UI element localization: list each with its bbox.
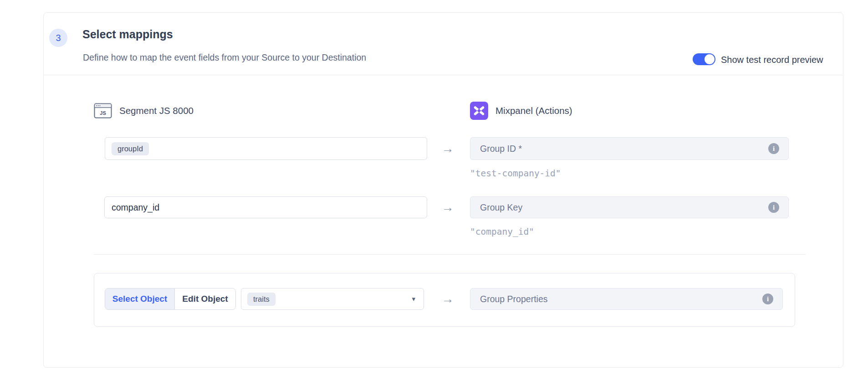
test-record-preview-value: "company_id" xyxy=(470,227,534,237)
info-icon[interactable]: i xyxy=(762,293,773,304)
source-column-header: JS Segment JS 8000 xyxy=(94,102,194,120)
source-input-text: company_id xyxy=(112,202,159,213)
source-field-input-groupid[interactable]: groupId xyxy=(105,137,427,160)
page-title: Select mappings xyxy=(82,28,173,41)
chevron-down-icon: ▾ xyxy=(412,295,415,303)
mixpanel-icon xyxy=(470,102,488,120)
header-divider xyxy=(44,75,843,75)
dest-field-label: Group Key xyxy=(480,202,768,213)
toggle-knob-icon xyxy=(705,54,715,64)
dest-field-label: Group ID * xyxy=(480,144,768,154)
source-name: Segment JS 8000 xyxy=(119,105,194,116)
dropdown-value-pill: traits xyxy=(247,293,276,306)
source-token-pill[interactable]: groupId xyxy=(112,142,149,155)
select-object-button[interactable]: Select Object xyxy=(105,288,175,309)
toggle-label: Show test record preview xyxy=(721,55,823,65)
destination-name: Mixpanel (Actions) xyxy=(495,105,572,116)
source-field-input-company-id[interactable]: company_id xyxy=(104,196,427,218)
browser-js-icon: JS xyxy=(94,102,112,120)
mapping-arrow-icon: → xyxy=(435,137,460,160)
js-icon-label: JS xyxy=(100,110,106,116)
show-test-record-toggle[interactable] xyxy=(693,53,715,65)
info-icon[interactable]: i xyxy=(768,143,779,154)
select-mappings-card: 3 Select mappings Define how to map the … xyxy=(43,12,843,368)
dest-field-label: Group Properties xyxy=(480,294,762,304)
dest-field-group-key[interactable]: Group Key i xyxy=(470,196,789,218)
page-subtitle: Define how to map the event fields from … xyxy=(83,52,366,63)
test-record-preview-value: "test-company-id" xyxy=(470,168,561,179)
section-divider xyxy=(94,254,806,255)
dest-field-group-properties[interactable]: Group Properties i xyxy=(470,288,783,310)
dest-field-group-id[interactable]: Group ID * i xyxy=(470,137,789,160)
step-number-badge: 3 xyxy=(49,29,67,47)
edit-object-button[interactable]: Edit Object xyxy=(175,288,235,309)
object-source-dropdown[interactable]: traits ▾ xyxy=(241,288,424,310)
select-mappings-page: 3 Select mappings Define how to map the … xyxy=(0,0,868,381)
mapping-arrow-icon: → xyxy=(435,196,460,218)
object-mode-button-group: Select Object Edit Object xyxy=(105,288,236,310)
destination-column-header: Mixpanel (Actions) xyxy=(470,102,572,120)
info-icon[interactable]: i xyxy=(768,202,779,213)
mapping-arrow-icon: → xyxy=(435,288,460,310)
